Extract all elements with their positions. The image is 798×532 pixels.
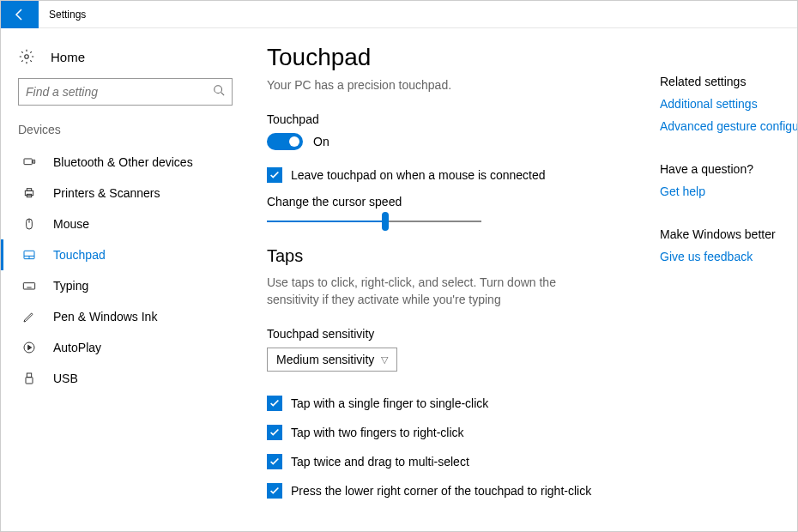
tap-options: Tap with a single finger to single-click…: [267, 396, 643, 499]
sidebar-item-label: Printers & Scanners: [53, 186, 160, 200]
svg-point-0: [25, 55, 29, 59]
touchpad-label: Touchpad: [267, 112, 643, 126]
sidebar-item-bluetooth[interactable]: Bluetooth & Other devices: [1, 147, 250, 178]
sidebar-item-label: Touchpad: [53, 248, 106, 262]
mouse-icon: [21, 217, 38, 231]
cursor-speed-label: Change the cursor speed: [267, 195, 643, 209]
right-sidebar: Related settings Additional settings Adv…: [660, 28, 797, 531]
svg-rect-4: [33, 160, 35, 163]
touchpad-toggle-row: On: [267, 133, 643, 150]
home-label: Home: [51, 50, 85, 64]
sidebar-item-label: Bluetooth & Other devices: [53, 155, 193, 169]
svg-marker-19: [28, 345, 32, 349]
sidebar-item-autoplay[interactable]: AutoPlay: [1, 332, 250, 363]
tap-single-checkbox[interactable]: [267, 396, 282, 411]
tap-corner-label: Press the lower right corner of the touc…: [291, 484, 591, 498]
svg-point-1: [215, 86, 222, 94]
leave-on-checkbox[interactable]: [267, 167, 282, 183]
sidebar-item-pen[interactable]: Pen & Windows Ink: [1, 301, 250, 332]
question-section: Have a question? Get help: [660, 162, 789, 198]
page-subtitle: Your PC has a precision touchpad.: [267, 78, 643, 92]
slider-thumb[interactable]: [382, 212, 389, 231]
main-panel: Touchpad Your PC has a precision touchpa…: [250, 28, 660, 531]
tap-drag-row: Tap twice and drag to multi-select: [267, 454, 643, 469]
toggle-state-text: On: [313, 135, 329, 148]
search-icon: [213, 84, 225, 100]
sidebar-item-label: USB: [53, 372, 78, 385]
taps-title: Taps: [267, 246, 643, 266]
leave-on-label: Leave touchpad on when a mouse is connec…: [291, 168, 546, 182]
printer-icon: [21, 186, 38, 200]
titlebar: Settings: [1, 1, 797, 28]
content: Home Devices Bluetooth & Other devices P…: [1, 28, 797, 531]
get-help-link[interactable]: Get help: [660, 184, 789, 198]
play-icon: [21, 341, 38, 354]
search-box[interactable]: [18, 78, 233, 106]
back-button[interactable]: [1, 1, 39, 28]
tap-drag-label: Tap twice and drag to multi-select: [291, 455, 469, 469]
sidebar: Home Devices Bluetooth & Other devices P…: [1, 28, 250, 531]
search-input[interactable]: [26, 85, 213, 99]
sidebar-item-label: Typing: [53, 279, 88, 293]
sensitivity-select[interactable]: Medium sensitivity ▽: [267, 348, 397, 372]
sidebar-item-touchpad[interactable]: Touchpad: [1, 239, 250, 270]
check-icon: [269, 426, 281, 438]
sidebar-item-usb[interactable]: USB: [1, 363, 250, 394]
chevron-down-icon: ▽: [381, 354, 388, 366]
cursor-speed-slider[interactable]: [267, 221, 481, 222]
sensitivity-label: Touchpad sensitivity: [267, 327, 643, 341]
sensitivity-value: Medium sensitivity: [276, 353, 374, 366]
usb-icon: [21, 372, 38, 385]
tap-corner-checkbox[interactable]: [267, 483, 282, 499]
tap-drag-checkbox[interactable]: [267, 454, 282, 469]
app-title: Settings: [49, 9, 86, 21]
tap-two-checkbox[interactable]: [267, 425, 282, 440]
svg-rect-3: [24, 159, 32, 165]
check-icon: [269, 456, 281, 468]
sidebar-item-label: Pen & Windows Ink: [53, 310, 157, 323]
home-nav[interactable]: Home: [1, 44, 250, 70]
tap-single-row: Tap with a single finger to single-click: [267, 396, 643, 411]
touchpad-toggle[interactable]: [267, 133, 303, 150]
check-icon: [269, 485, 281, 497]
check-icon: [269, 397, 281, 409]
tap-single-label: Tap with a single finger to single-click: [291, 396, 488, 410]
taps-description: Use taps to click, right-click, and sele…: [267, 275, 610, 308]
svg-rect-20: [27, 373, 31, 378]
sidebar-item-printers[interactable]: Printers & Scanners: [1, 178, 250, 209]
better-head: Make Windows better: [660, 227, 789, 241]
advanced-gesture-link[interactable]: Advanced gesture configuration: [660, 119, 789, 133]
category-header: Devices: [1, 123, 250, 136]
leave-on-row: Leave touchpad on when a mouse is connec…: [267, 167, 643, 183]
check-icon: [269, 169, 281, 181]
tap-two-row: Tap with two fingers to right-click: [267, 425, 643, 440]
sidebar-item-label: Mouse: [53, 217, 89, 231]
related-settings-head: Related settings: [660, 75, 789, 88]
bluetooth-icon: [21, 155, 38, 169]
question-head: Have a question?: [660, 162, 789, 176]
feedback-link[interactable]: Give us feedback: [660, 250, 789, 263]
svg-rect-5: [25, 190, 33, 195]
slider-fill: [267, 221, 385, 222]
sidebar-item-label: AutoPlay: [53, 341, 101, 354]
additional-settings-link[interactable]: Additional settings: [660, 97, 789, 111]
back-arrow-icon: [13, 8, 27, 21]
svg-rect-21: [26, 378, 33, 384]
tap-two-label: Tap with two fingers to right-click: [291, 426, 464, 439]
keyboard-icon: [21, 279, 38, 293]
sidebar-item-mouse[interactable]: Mouse: [1, 209, 250, 239]
tap-corner-row: Press the lower right corner of the touc…: [267, 483, 643, 499]
sidebar-item-typing[interactable]: Typing: [1, 270, 250, 301]
page-title: Touchpad: [267, 44, 643, 71]
feedback-section: Make Windows better Give us feedback: [660, 227, 789, 263]
cursor-speed-section: Change the cursor speed: [267, 195, 643, 222]
gear-icon: [18, 49, 35, 64]
svg-line-2: [221, 93, 225, 96]
touchpad-icon: [21, 248, 38, 262]
related-settings-section: Related settings Additional settings Adv…: [660, 75, 789, 133]
toggle-knob: [289, 136, 299, 147]
svg-rect-6: [27, 189, 31, 191]
svg-rect-13: [23, 283, 34, 289]
pen-icon: [21, 310, 38, 323]
